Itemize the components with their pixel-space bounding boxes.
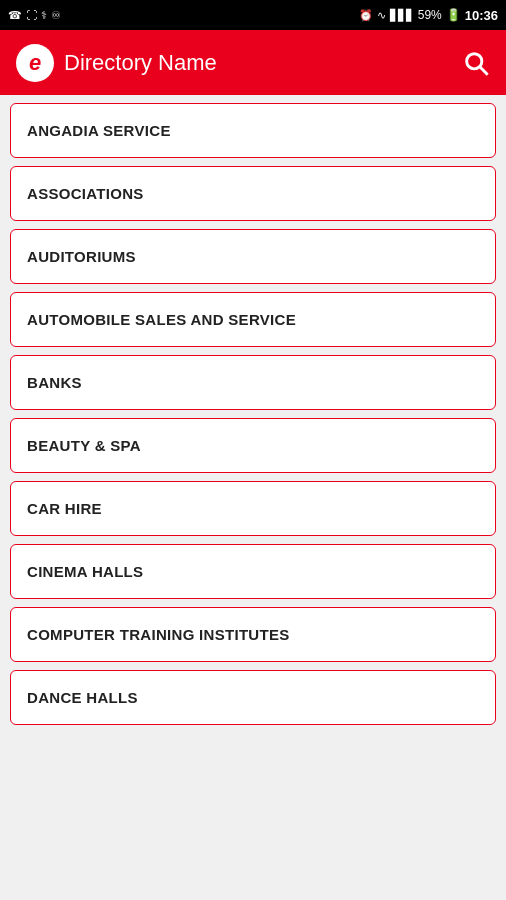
list-item[interactable]: BANKS: [10, 355, 496, 410]
list-item[interactable]: ASSOCIATIONS: [10, 166, 496, 221]
header-left: e Directory Name: [16, 44, 217, 82]
list-item-label: ASSOCIATIONS: [27, 185, 144, 202]
app-title: Directory Name: [64, 50, 217, 76]
list-item-label: COMPUTER TRAINING INSTITUTES: [27, 626, 290, 643]
list-item-label: CAR HIRE: [27, 500, 102, 517]
svg-point-0: [467, 53, 482, 68]
list-item-label: CINEMA HALLS: [27, 563, 143, 580]
list-item-label: BEAUTY & SPA: [27, 437, 141, 454]
alarm-icon: ⏰: [359, 9, 373, 22]
app-header: e Directory Name: [0, 30, 506, 95]
list-item[interactable]: AUDITORIUMS: [10, 229, 496, 284]
list-item[interactable]: AUTOMOBILE SALES AND SERVICE: [10, 292, 496, 347]
status-time: 10:36: [465, 8, 498, 23]
list-item-label: ANGADIA SERVICE: [27, 122, 171, 139]
whatsapp-icon: ☎: [8, 9, 22, 22]
list-item[interactable]: COMPUTER TRAINING INSTITUTES: [10, 607, 496, 662]
svg-line-1: [480, 67, 488, 75]
search-icon: [462, 49, 490, 77]
search-button[interactable]: [462, 49, 490, 77]
logo-text: e: [29, 50, 41, 76]
list-item[interactable]: CAR HIRE: [10, 481, 496, 536]
app-logo: e: [16, 44, 54, 82]
list-item-label: AUDITORIUMS: [27, 248, 136, 265]
status-bar: ☎ ⛶ ⚕ ♾ ⏰ ∿ ▋▋▋ 59% 🔋 10:36: [0, 0, 506, 30]
image-icon: ⛶: [26, 9, 37, 21]
list-item[interactable]: CINEMA HALLS: [10, 544, 496, 599]
battery-icon: 🔋: [446, 8, 461, 22]
battery-indicator: 59%: [418, 8, 442, 22]
wifi-icon: ∿: [377, 9, 386, 22]
android-icon: ♾: [51, 9, 61, 22]
list-item-label: AUTOMOBILE SALES AND SERVICE: [27, 311, 296, 328]
status-bar-left-icons: ☎ ⛶ ⚕ ♾: [8, 9, 61, 22]
status-bar-right-icons: ⏰ ∿ ▋▋▋ 59% 🔋 10:36: [359, 8, 498, 23]
list-item[interactable]: ANGADIA SERVICE: [10, 103, 496, 158]
usb-icon: ⚕: [41, 9, 47, 22]
list-item[interactable]: BEAUTY & SPA: [10, 418, 496, 473]
signal-icon: ▋▋▋: [390, 9, 414, 22]
list-item[interactable]: DANCE HALLS: [10, 670, 496, 725]
directory-list: ANGADIA SERVICEASSOCIATIONSAUDITORIUMSAU…: [0, 95, 506, 733]
list-item-label: BANKS: [27, 374, 82, 391]
list-item-label: DANCE HALLS: [27, 689, 138, 706]
